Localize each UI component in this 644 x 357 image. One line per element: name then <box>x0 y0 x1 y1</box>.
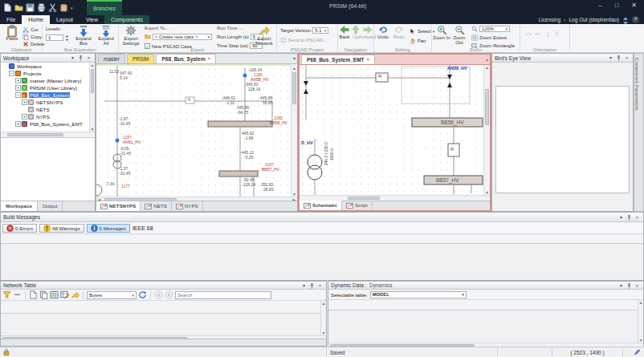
sheet-tab-nets[interactable]: NETS <box>141 201 172 211</box>
document-tab-p68_bus_system[interactable]: P68_Bus_System× <box>156 54 216 63</box>
new-icon[interactable] <box>3 3 12 12</box>
close-tab-icon[interactable]: × <box>208 55 211 63</box>
chevron-down-icon[interactable]: ▾ <box>618 214 625 221</box>
tab-view[interactable]: View <box>79 15 104 24</box>
pin-icon[interactable] <box>626 282 632 289</box>
copy-rows-icon[interactable] <box>39 290 48 299</box>
emt-canvas[interactable]: AN58_HVD_HV R R BB58_HV BB57_HV 345.0 / … <box>300 65 483 195</box>
cut-button[interactable]: Cut <box>22 26 38 33</box>
tree-expander-icon[interactable]: − <box>9 71 14 76</box>
close-button[interactable]: ✕ <box>626 0 642 12</box>
close-icon[interactable]: × <box>85 55 92 61</box>
table-edit-icon[interactable] <box>60 290 69 299</box>
tab-components[interactable]: Components <box>104 15 149 24</box>
workspace-tab[interactable]: Workspace <box>1 201 38 211</box>
tree-expander-icon[interactable]: + <box>22 114 27 120</box>
filter-0-errors[interactable]: 0 Errors <box>2 224 37 233</box>
emt-hscrollbar[interactable] <box>300 195 490 201</box>
schematic-canvas[interactable]: 11.52347.405.14-128.141185AN5B_HV345.301… <box>96 64 291 197</box>
emt-tab-overflow-icon[interactable]: ▾ <box>484 55 490 64</box>
rotate-right-icon[interactable] <box>535 31 541 38</box>
chevron-down-icon[interactable]: ▾ <box>618 282 625 289</box>
new-row-icon[interactable] <box>29 290 38 299</box>
dynamic-vscrollbar[interactable]: ▲▼ <box>638 300 643 343</box>
network-vscrollbar[interactable]: ▲▼ <box>320 301 326 335</box>
table-type-combobox[interactable]: Buses▾ <box>87 291 137 299</box>
pencil-icon[interactable] <box>634 348 641 356</box>
emt-vscrollbar[interactable]: ▲▼ <box>483 65 490 195</box>
levels-input[interactable] <box>46 34 63 41</box>
tree-expander-icon[interactable]: − <box>15 92 21 98</box>
export-table-icon[interactable] <box>71 290 79 299</box>
tree-expander-icon[interactable]: + <box>22 99 27 105</box>
pin-icon[interactable] <box>78 55 84 61</box>
close-icon[interactable]: × <box>634 282 641 289</box>
pin-icon[interactable] <box>626 214 632 221</box>
chevron-down-icon[interactable]: ▾ <box>607 55 614 61</box>
licensing-link[interactable]: Licensing <box>539 17 560 22</box>
tree-item-projects[interactable]: −Projects <box>1 70 89 77</box>
expand-bus-button[interactable]: Expand Bus <box>73 25 94 47</box>
rotate-left-icon[interactable] <box>525 31 532 38</box>
open-icon[interactable] <box>14 3 23 12</box>
chevron-down-icon[interactable]: ▾ <box>69 55 76 61</box>
sheet-tab-nyps[interactable]: NYPS <box>172 201 203 211</box>
emt-document-tab[interactable]: P68_Bus_System_EMT× <box>301 55 375 64</box>
tree-expander-icon[interactable]: + <box>15 85 21 91</box>
emt-sheet-tab-script[interactable]: Script <box>342 201 373 210</box>
tree-item-p68-bus-system-emt[interactable]: +P68_Bus_System_EMT <box>1 120 89 128</box>
pin-icon[interactable] <box>309 282 315 289</box>
schematic-vscrollbar[interactable]: ▲▼ <box>291 66 297 197</box>
zoom-level-combobox[interactable]: 120%▾ <box>479 26 510 32</box>
search-input[interactable] <box>175 291 271 299</box>
birds-eye-map[interactable] <box>495 86 630 193</box>
workspace-tree-hscrollbar[interactable] <box>1 132 95 137</box>
export-settings-button[interactable]: Export Settings <box>120 25 141 47</box>
tab-overflow-icon[interactable]: ▾ <box>293 55 296 61</box>
flip-vertical-icon[interactable] <box>554 31 560 38</box>
case-selector[interactable]: < Create new case >▾ <box>145 34 212 40</box>
pan-button[interactable]: Pan <box>410 38 426 44</box>
tree-item-prsim-user-library-[interactable]: +PRSIM (User Library) <box>1 84 89 91</box>
model-combobox[interactable]: MODEL▾ <box>370 291 467 298</box>
tree-expander-icon[interactable]: + <box>15 121 21 127</box>
delete-button[interactable]: Delete <box>22 41 44 47</box>
help-icon[interactable]: ? <box>632 16 639 23</box>
clear-filter-icon[interactable] <box>13 290 22 299</box>
logout-link[interactable]: Log Out (stephenliao) <box>569 17 619 22</box>
copy-button[interactable]: Copy <box>22 34 42 40</box>
nav-back-circle-icon[interactable] <box>154 290 163 299</box>
close-icon[interactable]: × <box>316 282 324 289</box>
zoom-level-field[interactable]: 120%▾ <box>471 26 510 32</box>
tree-item-p68-bus-system[interactable]: −P68_Bus_System <box>1 91 89 99</box>
tree-item-nyps[interactable]: +NYPS <box>1 113 89 120</box>
tab-home[interactable]: Home <box>22 15 50 24</box>
zoom-extent-button[interactable]: Zoom Extent <box>471 34 507 41</box>
expand-all-button[interactable]: Expand All <box>96 25 116 47</box>
branches-badge[interactable]: Branches <box>87 0 122 15</box>
save-icon[interactable] <box>26 3 35 12</box>
tree-item-nets[interactable]: NETS <box>1 106 89 113</box>
filter-icon[interactable] <box>2 290 11 299</box>
cut-icon[interactable] <box>48 3 57 12</box>
zoom-out-button[interactable]: Zoom Out <box>450 25 468 47</box>
paste-icon[interactable] <box>59 3 68 12</box>
tree-item-netsnyps[interactable]: +NETSNYPS <box>1 99 89 106</box>
filter-48-warnings[interactable]: 48 Warnings <box>39 224 84 233</box>
document-tab-master[interactable]: master <box>98 54 125 63</box>
close-tab-icon[interactable]: × <box>367 55 370 64</box>
tab-layout[interactable]: Layout <box>50 15 79 24</box>
flip-horizontal-icon[interactable] <box>544 31 551 38</box>
send-to-pscad-button[interactable]: Send to PSCAD... <box>280 37 327 43</box>
nav-forward-circle-icon[interactable] <box>165 290 173 299</box>
quick-access-chevron-icon[interactable]: ▾ <box>71 6 73 10</box>
document-tab-prsim[interactable]: PRSIM <box>127 54 155 63</box>
target-version-combobox[interactable]: 5.1▾ <box>312 27 328 34</box>
case-combobox[interactable]: < Create new case >▾ <box>153 34 212 40</box>
table-icon[interactable] <box>50 290 59 299</box>
collapse-ribbon-icon[interactable] <box>622 16 629 24</box>
tree-item-master-master-library-[interactable]: +master (Master Library) <box>1 77 89 84</box>
maximize-button[interactable]: □ <box>609 0 626 12</box>
sheet-tab-netsnyps[interactable]: NETSNYPS <box>96 201 141 211</box>
chevron-down-icon[interactable]: ▾ <box>300 282 308 289</box>
